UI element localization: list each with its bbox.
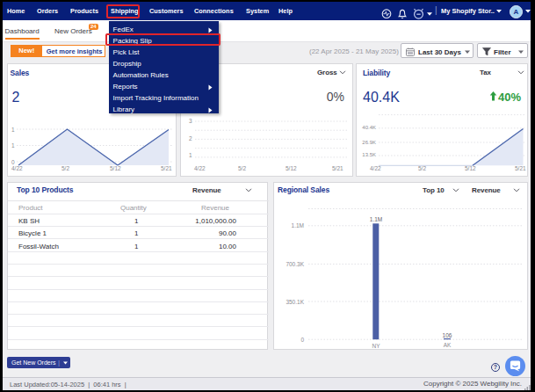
svg-text:13.5K: 13.5K — [362, 152, 376, 157]
svg-text:1.1M: 1.1M — [292, 222, 304, 229]
svg-text:5/21: 5/21 — [332, 165, 343, 171]
svg-text:5/21: 5/21 — [515, 165, 526, 171]
svg-text:1: 1 — [189, 152, 192, 158]
svg-text:2: 2 — [189, 135, 192, 142]
svg-text:1: 1 — [11, 142, 15, 149]
svg-text:4/22: 4/22 — [11, 165, 23, 171]
svg-text:1.1M: 1.1M — [370, 216, 382, 222]
svg-text:350.1K: 350.1K — [286, 299, 304, 305]
svg-text:40.4K: 40.4K — [362, 125, 376, 130]
svg-text:26.9K: 26.9K — [362, 140, 376, 145]
svg-text:106: 106 — [443, 332, 452, 338]
svg-text:5/12: 5/12 — [286, 165, 297, 171]
svg-text:5/12: 5/12 — [110, 165, 121, 171]
svg-text:5/2: 5/2 — [418, 165, 426, 171]
svg-text:700.3K: 700.3K — [286, 261, 304, 267]
svg-text:4/22: 4/22 — [370, 165, 381, 171]
svg-text:3: 3 — [189, 118, 192, 124]
svg-text:4/22: 4/22 — [194, 165, 206, 171]
svg-text:5/2: 5/2 — [238, 165, 246, 171]
svg-text:1: 1 — [11, 127, 15, 133]
svg-text:5/2: 5/2 — [61, 165, 69, 171]
svg-text:5/12: 5/12 — [465, 165, 476, 171]
svg-text:0: 0 — [11, 159, 15, 165]
svg-text:0: 0 — [300, 337, 304, 343]
svg-text:AK: AK — [444, 342, 452, 348]
svg-text:5/21: 5/21 — [161, 165, 172, 171]
svg-text:NY: NY — [372, 343, 380, 349]
